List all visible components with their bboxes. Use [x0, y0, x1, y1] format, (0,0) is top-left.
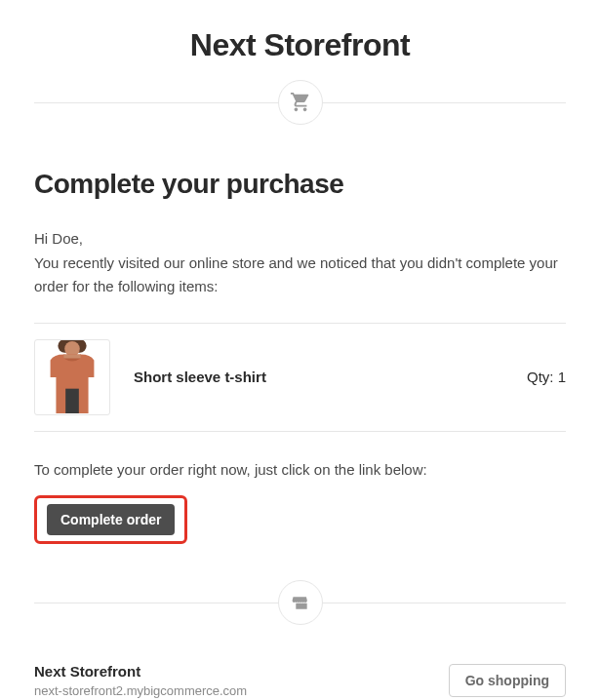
complete-order-button[interactable]: Complete order: [47, 504, 175, 535]
product-qty: Qty: 1: [527, 369, 566, 385]
cta-text: To complete your order right now, just c…: [34, 461, 566, 478]
svg-rect-3: [65, 388, 79, 412]
product-name: Short sleeve t-shirt: [134, 369, 503, 385]
product-thumbnail: [34, 339, 110, 415]
shop-info: Next Storefront next-storefront2.mybigco…: [34, 663, 247, 698]
header-divider: [34, 79, 566, 126]
svg-rect-2: [63, 354, 81, 358]
cart-item-row: Short sleeve t-shirt Qty: 1: [34, 323, 566, 432]
shop-url: next-storefront2.mybigcommerce.com: [34, 683, 247, 698]
go-shopping-button[interactable]: Go shopping: [449, 664, 566, 697]
greeting-text: Hi Doe,: [34, 227, 566, 250]
intro-text: You recently visited our online store an…: [34, 252, 566, 297]
section-heading: Complete your purchase: [34, 169, 566, 200]
highlight-annotation: Complete order: [34, 495, 187, 544]
page-title: Next Storefront: [34, 27, 566, 63]
footer-row: Next Storefront next-storefront2.mybigco…: [34, 663, 566, 698]
storefront-icon: [278, 580, 323, 625]
shop-name: Next Storefront: [34, 663, 247, 680]
svg-point-1: [64, 341, 80, 357]
footer-divider: [34, 579, 566, 626]
cart-icon: [278, 80, 323, 125]
